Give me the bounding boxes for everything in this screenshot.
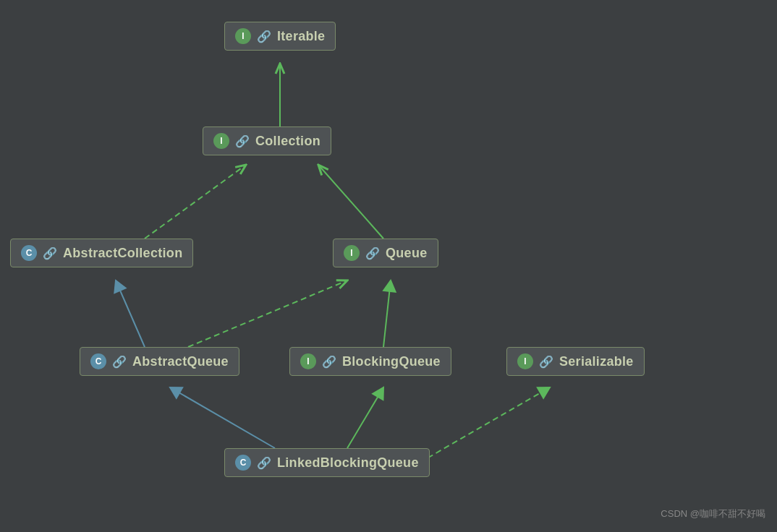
node-abstract-queue: C 🔗 AbstractQueue	[80, 347, 239, 376]
watermark: CSDN @咖啡不甜不好喝	[661, 507, 765, 520]
badge-queue: I	[344, 245, 360, 261]
link-icon-serializable: 🔗	[539, 355, 553, 369]
node-queue: I 🔗 Queue	[333, 239, 438, 267]
node-serializable: I 🔗 Serializable	[506, 347, 645, 376]
link-icon-iterable: 🔗	[257, 30, 271, 43]
svg-line-4	[188, 280, 347, 347]
svg-line-2	[318, 165, 383, 239]
svg-line-7	[347, 387, 383, 448]
link-icon-queue: 🔗	[365, 246, 380, 260]
svg-line-1	[145, 165, 246, 239]
badge-abstract-queue: C	[90, 353, 106, 369]
label-blocking-queue: BlockingQueue	[342, 354, 441, 369]
badge-linked-blocking-queue: C	[235, 455, 251, 471]
svg-line-5	[383, 280, 391, 347]
label-abstract-collection: AbstractCollection	[63, 246, 182, 261]
svg-line-6	[170, 387, 275, 448]
badge-abstract-collection: C	[21, 245, 37, 261]
svg-line-8	[420, 387, 550, 463]
diagram-container: I 🔗 Iterable I 🔗 Collection C 🔗 Abstract…	[0, 0, 777, 532]
badge-iterable: I	[235, 28, 251, 44]
label-queue: Queue	[386, 246, 428, 261]
node-blocking-queue: I 🔗 BlockingQueue	[289, 347, 451, 376]
link-icon-abstract-collection: 🔗	[43, 246, 57, 260]
link-icon-abstract-queue: 🔗	[112, 355, 127, 369]
link-icon-linked-blocking-queue: 🔗	[257, 456, 271, 470]
link-icon-blocking-queue: 🔗	[322, 355, 336, 369]
label-linked-blocking-queue: LinkedBlockingQueue	[277, 455, 419, 471]
label-iterable: Iterable	[277, 29, 325, 44]
label-serializable: Serializable	[559, 354, 634, 369]
node-iterable: I 🔗 Iterable	[224, 22, 336, 51]
svg-line-3	[116, 280, 145, 347]
node-abstract-collection: C 🔗 AbstractCollection	[10, 239, 193, 267]
node-linked-blocking-queue: C 🔗 LinkedBlockingQueue	[224, 448, 430, 477]
label-collection: Collection	[255, 134, 320, 149]
badge-blocking-queue: I	[300, 353, 316, 369]
link-icon-collection: 🔗	[235, 134, 250, 148]
badge-serializable: I	[517, 353, 533, 369]
badge-collection: I	[213, 133, 229, 149]
label-abstract-queue: AbstractQueue	[132, 354, 229, 369]
node-collection: I 🔗 Collection	[203, 126, 331, 155]
